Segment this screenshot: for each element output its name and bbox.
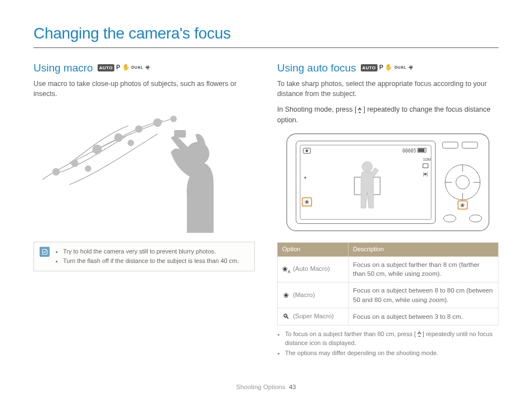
svg-point-7 [85, 166, 91, 173]
svg-point-6 [170, 116, 177, 123]
using-autofocus-heading: Using auto focus AUTO P ✋ DUAL 🎥︎ [277, 60, 499, 76]
table-row: ❀ (Macro) Focus on a subject between 8 t… [278, 283, 499, 308]
footnote-pre: To focus on a subject farther than 80 cm… [285, 331, 416, 337]
page-title: Changing the camera's focus [33, 22, 499, 48]
mode-strip-right: AUTO P ✋ DUAL 🎥︎ [361, 63, 413, 72]
mode-strip-left: AUTO P ✋ DUAL 🎥︎ [98, 63, 150, 72]
svg-point-4 [135, 126, 142, 133]
camera-diagram: 00005 10M [■] ✦ ❀ [277, 131, 499, 237]
option-desc: Focus on a subject between 8 to 80 cm (b… [349, 283, 499, 308]
macro-icon: ❀ [282, 291, 290, 300]
mode-hand-icon: ✋ [385, 63, 393, 72]
svg-point-37 [443, 214, 456, 222]
svg-rect-10 [174, 130, 186, 137]
svg-point-0 [52, 168, 60, 175]
using-macro-heading-text: Using macro [33, 60, 93, 76]
note-icon [40, 247, 50, 257]
mode-videocam-icon: 🎥︎ [408, 65, 413, 72]
mode-dual-icon: DUAL [394, 65, 406, 70]
svg-point-8 [128, 140, 134, 147]
macro-flower-icon [356, 107, 363, 112]
svg-point-30 [456, 175, 470, 189]
svg-text:❀: ❀ [304, 199, 309, 205]
autofocus-lead: To take sharp photos, select the appropr… [277, 79, 499, 99]
option-label: (Auto Macro) [293, 265, 330, 272]
option-label: (Macro) [293, 291, 315, 298]
footnotes: To focus on a subject farther than 80 cm… [277, 330, 499, 358]
svg-point-2 [93, 145, 102, 154]
svg-rect-17 [418, 149, 424, 152]
autofocus-instruction: In Shooting mode, press [] repeatedly to… [277, 104, 499, 125]
using-autofocus-heading-text: Using auto focus [277, 60, 356, 76]
left-column: Using macro AUTO P ✋ DUAL 🎥︎ Use macro t… [33, 60, 255, 359]
tip-note-box: Try to hold the camera very still to pre… [33, 242, 255, 271]
table-row: 🔍︎ (Super Macro) Focus on a subject betw… [278, 308, 499, 325]
svg-point-5 [153, 118, 162, 127]
svg-text:[■]: [■] [423, 171, 428, 176]
th-option: Option [278, 242, 349, 256]
macro-lead: Use macro to take close-up photos of sub… [33, 79, 255, 99]
shot-counter-text: 00005 [402, 147, 416, 153]
focus-options-table: Option Description ❀A (Auto Macro) Focus… [277, 242, 499, 326]
footer-page-number: 43 [289, 384, 296, 390]
footnote-item: To focus on a subject farther than 80 cm… [285, 330, 499, 348]
svg-point-26 [362, 161, 373, 172]
svg-rect-18 [423, 164, 428, 168]
footer-section: Shooting Options [236, 384, 285, 390]
tip-list: Try to hold the camera very still to pre… [55, 247, 239, 266]
mode-videocam-icon: 🎥︎ [145, 65, 150, 72]
svg-point-38 [470, 214, 482, 222]
table-row: ❀A (Auto Macro) Focus on a subject farth… [278, 256, 499, 282]
mode-p-icon: P [116, 63, 120, 72]
svg-point-3 [114, 133, 123, 142]
option-label: (Super Macro) [293, 313, 334, 319]
mode-dual-icon: DUAL [132, 65, 143, 70]
macro-flower-icon [416, 331, 423, 337]
auto-macro-icon: ❀A [282, 265, 290, 275]
svg-text:✦: ✦ [303, 175, 307, 180]
right-column: Using auto focus AUTO P ✋ DUAL 🎥︎ To tak… [277, 60, 499, 359]
tip-item: Turn the flash off if the distance to th… [63, 257, 239, 266]
mode-auto-icon: AUTO [361, 64, 378, 72]
mode-p-icon: P [379, 63, 383, 72]
svg-point-21 [306, 149, 308, 152]
tip-item: Try to hold the camera very still to pre… [63, 247, 239, 256]
mode-auto-icon: AUTO [98, 64, 115, 72]
svg-point-1 [71, 160, 78, 167]
option-desc: Focus on a subject farther than 8 cm (fa… [349, 256, 499, 282]
svg-rect-27 [443, 142, 458, 148]
svg-rect-13 [287, 133, 489, 231]
svg-text:❀: ❀ [460, 202, 465, 208]
option-desc: Focus on a subject between 3 to 8 cm. [349, 308, 499, 325]
instruction-pre: In Shooting mode, press [ [277, 106, 356, 113]
svg-rect-28 [462, 142, 478, 148]
resolution-text: 10M [423, 156, 431, 161]
macro-illustration [33, 104, 255, 233]
mode-hand-icon: ✋ [122, 63, 130, 72]
super-macro-icon: 🔍︎ [282, 312, 290, 322]
footnote-item: The options may differ depending on the … [285, 349, 499, 358]
page-footer: Shooting Options 43 [0, 382, 532, 392]
using-macro-heading: Using macro AUTO P ✋ DUAL 🎥︎ [33, 60, 255, 76]
th-description: Description [349, 242, 499, 256]
